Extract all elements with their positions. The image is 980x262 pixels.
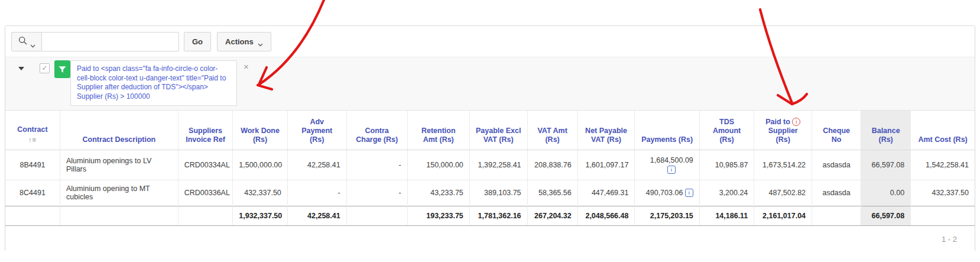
actions-button[interactable]: Actions [217, 32, 271, 51]
info-circle-icon[interactable]: i [792, 118, 800, 126]
cell-work-done: 432,337.50 [233, 180, 288, 206]
cell-balance: 66,597.08 [861, 150, 911, 180]
cell-amt-cost: 1,542,258.41 [911, 150, 975, 180]
cell-net-payable-vat: 447,469.31 [577, 180, 635, 206]
cell-contract-description: Aluminium opening to MT cubicles [60, 180, 179, 206]
cell-amt-cost: 432,337.50 [911, 180, 975, 206]
cell-paid-to-supplier: 1,673,514.22 [754, 150, 812, 180]
column-header-label: Supplier (Rs) [760, 127, 806, 144]
cell-payable-excl-vat: 1,392,258.41 [469, 150, 527, 180]
cell-payments: 490,703.06 i [635, 180, 699, 206]
cell-retention-amt: 43,233.75 [407, 180, 469, 206]
column-header-net-payable-vat[interactable]: Net Payable VAT (Rs) [577, 111, 635, 150]
cell-paid-to-supplier: 487,502.82 [754, 180, 812, 206]
remove-filter-icon[interactable]: × [244, 62, 249, 71]
cell-contra-charge: - [346, 180, 407, 206]
table-row: 8C4491 Aluminium opening to MT cubicles … [5, 180, 975, 206]
chevron-down-icon [258, 40, 263, 43]
column-header-balance[interactable]: Balance (Rs) [861, 111, 911, 150]
cell-balance: 0.00 [861, 180, 911, 206]
column-header-suppliers-invoice-ref[interactable]: Suppliers Invoice Ref [178, 111, 233, 150]
payments-value: 1,684,500.09 [641, 156, 693, 164]
column-header-vat-amt[interactable]: VAT Amt (Rs) [527, 111, 577, 150]
total-contract [5, 206, 60, 225]
column-header-cheque-no[interactable]: Cheque No [812, 111, 861, 150]
column-header-contract-description[interactable]: Contract Description [60, 111, 179, 150]
report-toolbar: Go Actions [5, 26, 975, 57]
cell-vat-amt: 58,365.56 [527, 180, 577, 206]
pagination-range-label: 1 - 2 [942, 235, 957, 244]
cell-tds-amount: 10,985.87 [699, 150, 754, 180]
report-settings-bar: ✓ Paid to <span class="fa fa-info-circle… [5, 57, 975, 111]
report-footer: 1 - 2 [5, 226, 975, 253]
info-square-icon[interactable]: i [667, 166, 676, 174]
total-contract-description [60, 206, 179, 225]
table-row: 8B4491 Aluminium openings to LV Pillars … [5, 150, 975, 180]
cell-net-payable-vat: 1,601,097.17 [577, 150, 635, 180]
cell-contract: 8B4491 [5, 150, 60, 180]
interactive-report-region: Go Actions ✓ Paid to <span class="fa fa-… [5, 25, 975, 251]
sort-ascending-icon: ↑≡ [11, 135, 54, 144]
cell-contract-description: Aluminium openings to LV Pillars [60, 150, 179, 180]
chevron-down-icon [30, 40, 35, 43]
info-square-icon[interactable]: i [685, 189, 693, 197]
total-retention-amt: 193,233.75 [407, 206, 469, 225]
total-balance: 66,597.08 [861, 206, 911, 225]
total-payable-excl-vat: 1,781,362.16 [469, 206, 527, 225]
total-adv-payment: 42,258.41 [287, 206, 346, 225]
cell-vat-amt: 208,838.76 [527, 150, 577, 180]
cell-adv-payment: - [287, 180, 346, 206]
total-cheque-no [812, 206, 861, 225]
column-header-amt-cost[interactable]: Amt Cost (Rs) [911, 111, 975, 150]
column-header-contra-charge[interactable]: Contra Charge (Rs) [346, 111, 407, 150]
column-header-payable-excl-vat[interactable]: Payable Excl VAT (Rs) [469, 111, 527, 150]
header-row: Contract ↑≡ Contract Description Supplie… [5, 111, 975, 150]
column-header-retention-amt[interactable]: Retention Amt (Rs) [407, 111, 469, 150]
column-header-payments[interactable]: Payments (Rs) [635, 111, 699, 150]
column-header-label: Paid to [765, 118, 790, 126]
cell-retention-amt: 150,000.00 [407, 150, 469, 180]
total-payments: 2,175,203.15 [635, 206, 699, 225]
cell-payable-excl-vat: 389,103.75 [469, 180, 527, 206]
column-header-contract[interactable]: Contract ↑≡ [5, 111, 60, 150]
cell-adv-payment: 42,258.41 [287, 150, 346, 180]
total-net-payable-vat: 2,048,566.48 [577, 206, 635, 225]
column-header-work-done[interactable]: Work Done (Rs) [233, 111, 288, 150]
cell-tds-amount: 3,200.24 [699, 180, 754, 206]
cell-contract: 8C4491 [5, 180, 60, 206]
cell-work-done: 1,500,000.00 [233, 150, 288, 180]
search-icon [18, 36, 27, 47]
total-work-done: 1,932,337.50 [233, 206, 288, 225]
actions-button-label: Actions [225, 37, 254, 46]
cell-suppliers-invoice-ref: CRD00334AL [178, 150, 233, 180]
search-group [11, 32, 179, 51]
totals-row: 1,932,337.50 42,258.41 193,233.75 1,781,… [5, 206, 975, 225]
cell-cheque-no: asdasda [812, 150, 861, 180]
total-amt-cost [911, 206, 975, 225]
filter-condition-link[interactable]: Paid to <span class="fa fa-info-circle-o… [70, 60, 237, 106]
search-input[interactable] [42, 32, 179, 51]
cell-contra-charge: - [346, 150, 407, 180]
total-contra-charge [346, 206, 407, 225]
collapse-settings-icon[interactable] [18, 67, 24, 70]
total-tds-amount: 14,186.11 [699, 206, 754, 225]
total-vat-amt: 267,204.32 [527, 206, 577, 225]
total-paid-to-supplier: 2,161,017.04 [754, 206, 812, 225]
filter-icon[interactable] [54, 60, 70, 78]
filter-enabled-checkbox[interactable]: ✓ [40, 63, 50, 73]
cell-payments: 1,684,500.09 i [635, 150, 699, 180]
go-button[interactable]: Go [184, 32, 211, 51]
column-header-tds-amount[interactable]: TDS Amount (Rs) [699, 111, 754, 150]
column-header-paid-to-supplier[interactable]: Paid to i Supplier (Rs) [754, 111, 812, 150]
column-header-adv-payment[interactable]: Adv Payment (Rs) [287, 111, 346, 150]
cell-cheque-no: asdasda [812, 180, 861, 206]
interactive-report-table: Contract ↑≡ Contract Description Supplie… [5, 111, 975, 226]
cell-suppliers-invoice-ref: CRD00336AL [178, 180, 233, 206]
payments-value: 490,703.06 [646, 189, 683, 197]
search-column-selector-button[interactable] [11, 32, 42, 51]
column-header-label: Contract [17, 125, 47, 134]
total-suppliers-invoice-ref [178, 206, 233, 225]
